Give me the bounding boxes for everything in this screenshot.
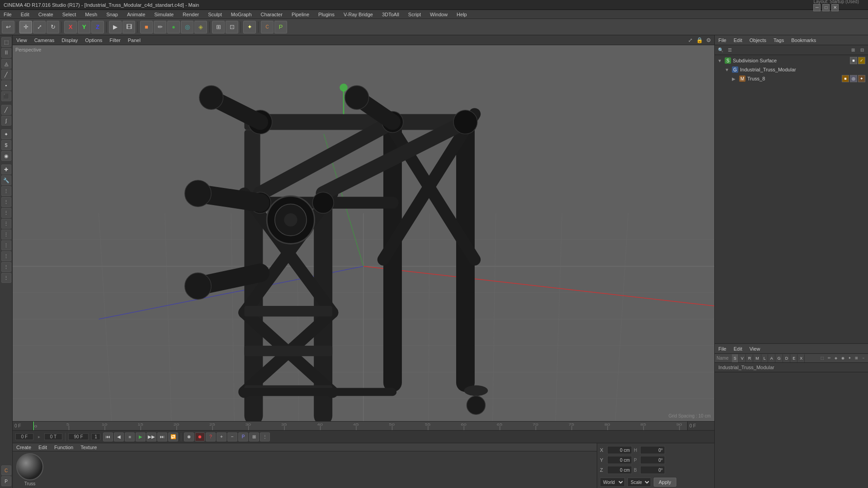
frame-offset-display[interactable]: 0 T	[44, 433, 62, 440]
obj-vis-truss8-tag-1[interactable]: ■	[842, 75, 849, 82]
key-p-button[interactable]: P	[238, 432, 248, 441]
left-tool-ring[interactable]: ◉	[1, 151, 11, 161]
menu-vray[interactable]: V-Ray Bridge	[342, 10, 375, 19]
stop-button[interactable]: ■	[125, 432, 135, 441]
frame-rate-display[interactable]: 1	[91, 433, 100, 440]
light-button[interactable]: ✦	[243, 21, 256, 33]
key-grid-button[interactable]: ⊞	[249, 432, 259, 441]
obj-menu-objects[interactable]: Objects	[748, 38, 768, 43]
menu-help[interactable]: Help	[455, 10, 469, 19]
attr-tab-s[interactable]: S	[732, 354, 739, 362]
attr-tab-e[interactable]: E	[791, 354, 797, 362]
apply-button[interactable]: Apply	[654, 478, 676, 487]
obj-vis-truss8-tag-3[interactable]: ✦	[858, 75, 865, 82]
menu-select[interactable]: Select	[61, 10, 78, 19]
obj-menu-edit[interactable]: Edit	[732, 38, 744, 43]
menu-3dtoall[interactable]: 3DToAll	[380, 10, 401, 19]
left-tool-sculpt8[interactable]: ⋮	[1, 262, 11, 272]
menu-plugins[interactable]: Plugins	[316, 10, 336, 19]
left-tool-plugin[interactable]: P	[1, 476, 11, 486]
attr-menu-view[interactable]: View	[748, 346, 762, 352]
vp-icon-lock[interactable]: 🔒	[695, 36, 703, 44]
left-tool-sculpt1[interactable]: ⋮	[1, 186, 11, 196]
left-tool-edge[interactable]: ╱	[1, 70, 11, 80]
attr-menu-edit[interactable]: Edit	[732, 346, 744, 352]
left-tool-sculpt2[interactable]: ⋮	[1, 197, 11, 207]
end-frame-display[interactable]: 90 F	[68, 433, 89, 440]
vp-menu-panel[interactable]: Panel	[126, 38, 142, 43]
plugin1-button[interactable]: P	[274, 21, 287, 33]
y-axis-button[interactable]: Y	[78, 21, 90, 33]
render-view-button[interactable]: ▶	[109, 21, 122, 33]
left-tool-sculpt9[interactable]: ⋮	[1, 273, 11, 283]
left-tool-sculpt4[interactable]: ⋮	[1, 219, 11, 229]
cinema-logo-button[interactable]: C	[261, 21, 274, 33]
left-tool-wrench[interactable]: 🔧	[1, 175, 11, 185]
loop-button[interactable]: 🔁	[168, 432, 178, 441]
coord-h-rot-input[interactable]	[640, 446, 665, 454]
vp-menu-view[interactable]: View	[14, 38, 29, 43]
vp-menu-display[interactable]: Display	[60, 38, 80, 43]
left-tool-polygon[interactable]: ◬	[1, 59, 11, 69]
left-tool-point[interactable]: •	[1, 80, 11, 90]
rotate-tool-button[interactable]: ↻	[47, 21, 59, 33]
coord-z-pos-input[interactable]	[607, 466, 632, 474]
obj-vis-tag-1[interactable]: ■	[850, 57, 857, 64]
mat-menu-function[interactable]: Function	[52, 445, 75, 450]
left-tool-sculpt5[interactable]: ⋮	[1, 230, 11, 239]
left-tool-sculpt3[interactable]: ⋮	[1, 208, 11, 218]
menu-character[interactable]: Character	[259, 10, 284, 19]
timeline-ruler[interactable]: 0 5 10 15 20 25	[33, 422, 687, 430]
menu-edit[interactable]: Edit	[19, 10, 31, 19]
left-tool-dots[interactable]: ⠿	[1, 48, 11, 58]
obj-vis-truss8-tag-2[interactable]: ◎	[850, 75, 857, 82]
maximize-button[interactable]: □	[822, 4, 830, 11]
nurbs-button[interactable]: ◎	[181, 21, 193, 33]
scale-tool-button[interactable]: ⤢	[33, 21, 46, 33]
x-axis-button[interactable]: X	[64, 21, 77, 33]
key-extra-button[interactable]: ⋮	[260, 432, 270, 441]
material-ball-truss[interactable]	[16, 453, 43, 480]
attr-tab-r[interactable]: R	[746, 354, 754, 362]
attr-tool-5[interactable]: ✦	[846, 355, 853, 361]
attr-tool-1[interactable]: ⬚	[819, 355, 826, 361]
play-forward-button[interactable]: ▶▶	[146, 432, 156, 441]
attr-tool-3[interactable]: ◈	[833, 355, 839, 361]
attr-tool-2[interactable]: ✏	[826, 355, 832, 361]
coord-scale-select[interactable]: Scale Size	[627, 478, 651, 487]
attr-tool-6[interactable]: ⊞	[853, 355, 859, 361]
cube-button[interactable]: ■	[140, 21, 153, 33]
obj-expand-truss[interactable]: ▼	[725, 67, 730, 72]
z-axis-button[interactable]: Z	[91, 21, 104, 33]
attr-tab-g[interactable]: G	[776, 354, 783, 362]
menu-simulate[interactable]: Simulate	[152, 10, 175, 19]
attr-tab-a[interactable]: A	[769, 354, 775, 362]
left-tool-select[interactable]: ⬚	[1, 37, 11, 47]
key-remove-button[interactable]: −	[227, 432, 237, 441]
obj-tool-expand[interactable]: ⊞	[849, 46, 857, 54]
record-red-button[interactable]: ⏺	[195, 432, 205, 441]
material-item-truss[interactable]: Truss	[16, 453, 43, 486]
coord-system-select[interactable]: World Local Object	[600, 478, 625, 487]
coord-p-rot-input[interactable]	[640, 456, 665, 464]
goto-start-button[interactable]: ⏮	[103, 432, 113, 441]
play-reverse-button[interactable]: ◀	[114, 432, 124, 441]
left-tool-snap[interactable]: ✦	[1, 129, 11, 139]
obj-menu-file[interactable]: File	[717, 38, 728, 43]
menu-mograph[interactable]: MoGraph	[229, 10, 254, 19]
menu-pipeline[interactable]: Pipeline	[290, 10, 311, 19]
mat-menu-create[interactable]: Create	[14, 445, 33, 450]
menu-sculpt[interactable]: Sculpt	[206, 10, 224, 19]
left-tool-dollar[interactable]: $	[1, 140, 11, 150]
obj-expand-subdivision[interactable]: ▼	[717, 58, 723, 63]
left-tool-c4d[interactable]: C	[1, 465, 11, 475]
left-tool-sculpt6[interactable]: ⋮	[1, 240, 11, 250]
grid-button[interactable]: ⊞	[212, 21, 225, 33]
timeline-playhead[interactable]	[33, 422, 34, 430]
menu-mesh[interactable]: Mesh	[83, 10, 99, 19]
attr-tool-7[interactable]: →	[860, 355, 866, 361]
record-button[interactable]: ⏺	[184, 432, 194, 441]
menu-render[interactable]: Render	[181, 10, 201, 19]
pencil-button[interactable]: ✏	[154, 21, 166, 33]
current-frame-display[interactable]: 0 F	[15, 433, 33, 440]
